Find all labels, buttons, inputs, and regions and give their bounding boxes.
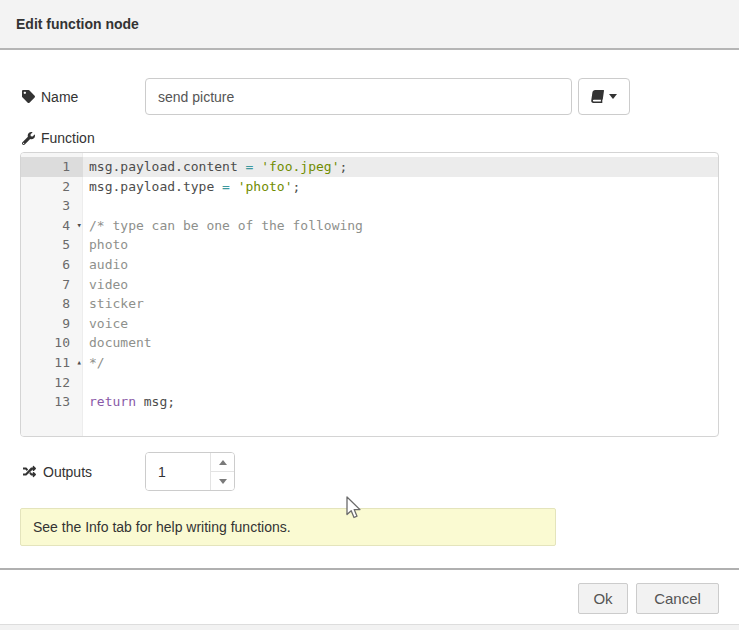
spinner-up-button[interactable] bbox=[211, 453, 234, 472]
spinner-buttons bbox=[210, 453, 234, 490]
code-line[interactable]: 1msg.payload.content = 'foo.jpeg'; bbox=[21, 157, 718, 177]
code-text: /* type can be one of the following bbox=[83, 216, 363, 236]
fold-close-icon[interactable]: ▴ bbox=[77, 353, 82, 373]
line-number: 7 bbox=[21, 275, 83, 295]
name-label-text: Name bbox=[41, 89, 78, 105]
code-text: msg.payload.type = 'photo'; bbox=[83, 177, 300, 197]
line-number: 10 bbox=[21, 333, 83, 353]
code-line[interactable]: 12 bbox=[21, 373, 718, 393]
shuffle-icon bbox=[22, 465, 37, 478]
code-line[interactable]: 8sticker bbox=[21, 294, 718, 314]
code-editor-lines: 1msg.payload.content = 'foo.jpeg';2msg.p… bbox=[21, 157, 718, 412]
line-number: 2 bbox=[21, 177, 83, 197]
dialog-header: Edit function node bbox=[0, 0, 739, 50]
library-button[interactable] bbox=[578, 78, 630, 115]
function-label: Function bbox=[22, 128, 95, 148]
code-text: */ bbox=[83, 353, 105, 373]
code-text: audio bbox=[83, 255, 128, 275]
code-line[interactable]: 5photo bbox=[21, 235, 718, 255]
arrow-down-icon bbox=[219, 479, 227, 484]
form-tip-text: See the Info tab for help writing functi… bbox=[33, 519, 291, 535]
outputs-input[interactable] bbox=[146, 453, 210, 490]
name-input[interactable] bbox=[145, 78, 572, 115]
code-line[interactable]: 2msg.payload.type = 'photo'; bbox=[21, 177, 718, 197]
dialog-title: Edit function node bbox=[16, 16, 139, 32]
line-number: 1 bbox=[21, 157, 83, 177]
line-number: 6 bbox=[21, 255, 83, 275]
line-number: 9 bbox=[21, 314, 83, 334]
code-text: photo bbox=[83, 235, 128, 255]
outputs-label-text: Outputs bbox=[43, 464, 92, 480]
wrench-icon bbox=[22, 132, 35, 145]
code-line[interactable]: 6audio bbox=[21, 255, 718, 275]
book-icon bbox=[590, 90, 605, 103]
outputs-label: Outputs bbox=[22, 452, 92, 491]
code-text: voice bbox=[83, 314, 128, 334]
arrow-up-icon bbox=[219, 460, 227, 465]
ok-button[interactable]: Ok bbox=[578, 583, 628, 614]
code-text bbox=[83, 373, 89, 393]
code-line[interactable]: 10document bbox=[21, 333, 718, 353]
name-label: Name bbox=[22, 78, 78, 115]
line-number: 12 bbox=[21, 373, 83, 393]
bottom-strip bbox=[0, 624, 739, 630]
outputs-spinner bbox=[145, 452, 235, 491]
caret-down-icon bbox=[609, 94, 617, 99]
code-line[interactable]: 7video bbox=[21, 275, 718, 295]
code-text: sticker bbox=[83, 294, 144, 314]
code-text: return msg; bbox=[83, 392, 175, 412]
line-number: 13 bbox=[21, 392, 83, 412]
edit-function-dialog: Edit function node Name Function 1msg.pa… bbox=[0, 0, 739, 630]
code-text bbox=[83, 196, 89, 216]
tag-icon bbox=[22, 90, 35, 103]
function-label-text: Function bbox=[41, 130, 95, 146]
spinner-down-button[interactable] bbox=[211, 472, 234, 490]
line-number: 8 bbox=[21, 294, 83, 314]
code-text: document bbox=[83, 333, 152, 353]
code-text: msg.payload.content = 'foo.jpeg'; bbox=[83, 157, 347, 177]
code-line[interactable]: 4▾/* type can be one of the following bbox=[21, 216, 718, 236]
code-text: video bbox=[83, 275, 128, 295]
code-line[interactable]: 3 bbox=[21, 196, 718, 216]
code-line[interactable]: 13return msg; bbox=[21, 392, 718, 412]
fold-open-icon[interactable]: ▾ bbox=[77, 216, 82, 236]
line-number: 5 bbox=[21, 235, 83, 255]
form-tip: See the Info tab for help writing functi… bbox=[20, 508, 556, 546]
line-number: 11▴ bbox=[21, 353, 83, 373]
footer-divider bbox=[0, 568, 739, 570]
code-line[interactable]: 9voice bbox=[21, 314, 718, 334]
line-number: 4▾ bbox=[21, 216, 83, 236]
line-number: 3 bbox=[21, 196, 83, 216]
cancel-button[interactable]: Cancel bbox=[636, 583, 719, 614]
code-editor[interactable]: 1msg.payload.content = 'foo.jpeg';2msg.p… bbox=[20, 152, 719, 437]
code-line[interactable]: 11▴*/ bbox=[21, 353, 718, 373]
